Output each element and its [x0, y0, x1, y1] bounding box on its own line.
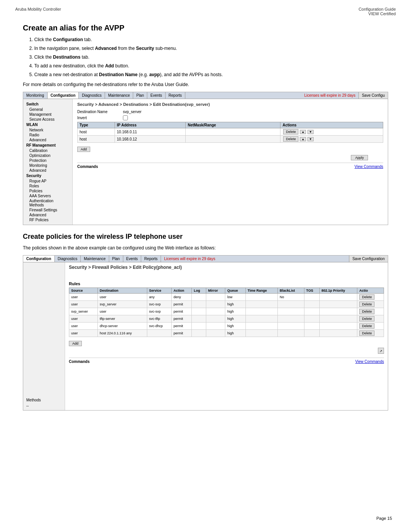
up-btn-1[interactable]: ▲ [300, 137, 306, 141]
screenshot2-body: Methods -- Security > Firewall Policies … [23, 262, 388, 410]
rules-title: Rules [69, 281, 384, 286]
screenshot2-breadcrumb: Security > Firewall Policies > Edit Poli… [69, 265, 384, 270]
tab-reports[interactable]: Reports [166, 92, 185, 99]
section1-instructions: Click the Configuration tab. In the navi… [23, 36, 388, 88]
delete-rule-4[interactable]: Delete [359, 323, 374, 329]
down-btn-0[interactable]: ▼ [307, 130, 314, 134]
switch-section-title: Switch [23, 101, 72, 107]
tab-configuration[interactable]: Configuration [48, 92, 79, 99]
header-right-line2: VIEW Certified [358, 11, 396, 16]
delete-btn-0[interactable]: Delete [283, 129, 298, 134]
sidebar-item-firewall-settings[interactable]: Firewall Settings [23, 208, 72, 212]
add-button[interactable]: Add [77, 147, 90, 152]
wlan-section-title: WLAN [23, 122, 72, 128]
invert-checkbox[interactable] [123, 115, 128, 120]
col-destination: Destination [98, 288, 147, 294]
delete-rule-0[interactable]: Delete [359, 294, 374, 300]
screenshot1-sidebar: Switch General Management Secure Access … [23, 99, 73, 225]
tab-diagnostics[interactable]: Diagnostics [79, 92, 105, 99]
sidebar-item-rogue-ap[interactable]: Rogue AP [23, 179, 72, 184]
security-section-title: Security [23, 173, 72, 179]
cell-ip: 10.168.0.11 [115, 128, 186, 136]
tab-maintenance[interactable]: Maintenance [105, 92, 133, 99]
sidebar-item-advanced-security[interactable]: Advanced [23, 212, 72, 217]
cell-netmask [186, 128, 280, 136]
sidebar2-item-dash: -- [23, 403, 65, 409]
step2: In the navigation pane, select Advanced … [34, 45, 388, 52]
tab2-reports[interactable]: Reports [141, 256, 161, 262]
sidebar-item-optimization[interactable]: Optimization [23, 153, 72, 158]
col-netmask: NetMask/Range [186, 122, 280, 128]
col-action: Action [172, 288, 192, 294]
add-rule-button[interactable]: Add [69, 341, 82, 346]
table-row: host 10.168.0.12 Delete ▲ ▼ [78, 136, 383, 143]
rules-row-0: user user any deny low No Delete [69, 294, 384, 301]
col-queue: Queue [225, 288, 245, 294]
dest-name-label: Destination Name [77, 110, 123, 114]
sidebar-item-secure-access[interactable]: Secure Access [23, 117, 72, 122]
invert-label: Invert [77, 116, 123, 120]
screenshot2-panel: Configuration Diagnostics Maintenance Pl… [23, 255, 388, 411]
rules-table: Source Destination Service Action Log Mi… [69, 288, 384, 337]
tab2-diagnostics[interactable]: Diagnostics [55, 256, 81, 262]
rules-row-1: user svp_server svc-svp permit high Dele [69, 301, 384, 308]
tab2-plan[interactable]: Plan [109, 256, 123, 262]
sidebar-item-aaa-servers[interactable]: AAA Servers [23, 193, 72, 198]
page-number: Page 15 [376, 516, 392, 521]
sidebar-item-protection[interactable]: Protection [23, 158, 72, 163]
apply-button[interactable]: Apply [351, 155, 368, 160]
sidebar-item-auth-methods[interactable]: Authentication Methods [23, 198, 72, 208]
table-row: host 10.168.0.11 Delete ▲ ▼ [78, 128, 383, 136]
delete-rule-5[interactable]: Delete [359, 331, 374, 336]
screenshot1-panel: Monitoring Configuration Diagnostics Mai… [23, 92, 388, 225]
screenshot1-main: Security > Advanced > Destinations > Edi… [73, 99, 388, 225]
screenshot2-sidebar: Methods -- [23, 262, 65, 410]
sidebar-item-advanced-rf[interactable]: Advanced [23, 168, 72, 173]
up-btn-0[interactable]: ▲ [300, 130, 306, 134]
scroll-indicator[interactable]: ↗ [378, 348, 384, 354]
save2-button[interactable]: Save Configuration [349, 256, 388, 262]
col-blacklist: BlackList [277, 288, 304, 294]
step5: Create a new net-destination at Destinat… [34, 71, 388, 78]
tab-plan[interactable]: Plan [133, 92, 147, 99]
view-commands-link2[interactable]: View Commands [355, 359, 384, 364]
col-ip: IP Address [115, 122, 186, 128]
down-btn-1[interactable]: ▼ [307, 137, 314, 141]
sidebar-item-rf-policies[interactable]: RF Policies [23, 217, 72, 222]
sidebar-item-network[interactable]: Network [23, 128, 72, 133]
sidebar-item-roles[interactable]: Roles [23, 184, 72, 189]
sidebar-item-monitoring[interactable]: Monitoring [23, 163, 72, 168]
section2-desc: The policies shown in the above example … [23, 244, 388, 251]
delete-btn-1[interactable]: Delete [283, 136, 298, 142]
rules-row-5: user host 224.0.1.116 any permit high D [69, 330, 384, 337]
screenshot2-main: Security > Firewall Policies > Edit Poli… [65, 262, 388, 410]
tab2-configuration[interactable]: Configuration [23, 256, 55, 262]
sidebar-item-policies[interactable]: Policies [23, 189, 72, 193]
sidebar-item-general[interactable]: General [23, 107, 72, 112]
sidebar2-item-methods[interactable]: Methods [23, 397, 65, 403]
dest-name-value: svp_server [123, 110, 142, 114]
license-notice: Licenses will expire in 29 days [301, 92, 358, 99]
delete-rule-3[interactable]: Delete [359, 316, 374, 321]
view-commands-link[interactable]: View Commands [355, 165, 383, 169]
tab2-maintenance[interactable]: Maintenance [81, 256, 109, 262]
col-type: Type [78, 122, 115, 128]
sidebar-item-radio[interactable]: Radio [23, 133, 72, 137]
dest-name-row: Destination Name svp_server [77, 110, 383, 114]
commands-label: Commands [77, 165, 98, 169]
tab2-events[interactable]: Events [123, 256, 142, 262]
screenshot1-body: Switch General Management Secure Access … [23, 99, 388, 225]
sidebar-item-advanced-wlan[interactable]: Advanced [23, 137, 72, 142]
delete-rule-2[interactable]: Delete [359, 309, 374, 314]
step3: Click the Destinations tab. [34, 54, 388, 61]
tab-events[interactable]: Events [147, 92, 166, 99]
sidebar-item-calibration[interactable]: Calibration [23, 148, 72, 153]
delete-rule-1[interactable]: Delete [359, 302, 374, 307]
cell-type: host [78, 128, 115, 136]
col-time-range: Time Range [245, 288, 277, 294]
save-config-button[interactable]: Save Configu [358, 92, 388, 99]
tab-monitoring[interactable]: Monitoring [23, 92, 48, 99]
header-right-line1: Configuration Guide [358, 7, 396, 11]
screenshot2-tabbar: Configuration Diagnostics Maintenance Pl… [23, 256, 388, 262]
sidebar-item-management[interactable]: Management [23, 112, 72, 117]
